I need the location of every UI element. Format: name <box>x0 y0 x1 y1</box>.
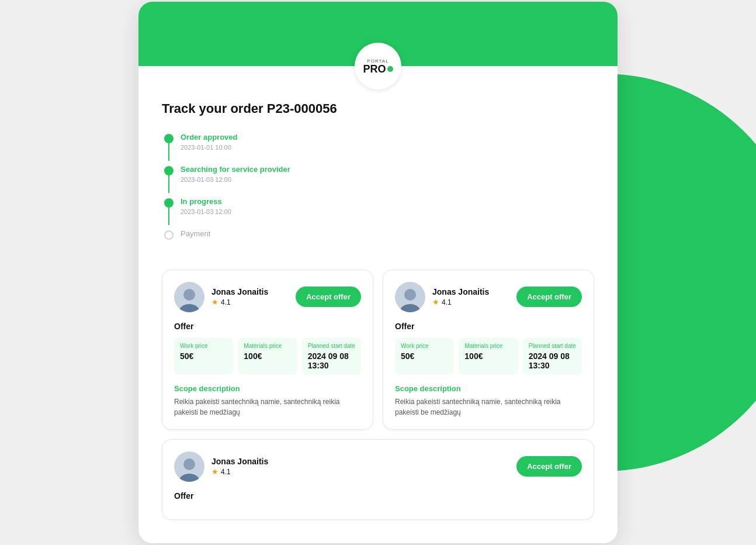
provider-info-1: Jonas Jonaitis ★ 4.1 <box>211 287 289 306</box>
offer-label-3: Offer <box>174 491 582 501</box>
svg-point-4 <box>183 458 195 470</box>
timeline-label-3: Payment <box>181 229 210 239</box>
avatar-image-2 <box>397 285 424 312</box>
provider-info-2: Jonas Jonaitis ★ 4.1 <box>432 287 509 306</box>
price-grid-1: Work price 50€ Materials price 100€ Plan… <box>174 338 361 375</box>
work-price-value-1: 50€ <box>180 351 227 361</box>
timeline-dot-0 <box>164 134 174 143</box>
scope-desc-2: Reikia pakeisti santechniką namie, sante… <box>395 396 582 418</box>
provider-rating-2: ★ 4.1 <box>432 298 509 306</box>
provider-rating-3: ★ 4.1 <box>211 467 509 476</box>
logo-dot <box>387 66 393 72</box>
avatar-3 <box>174 451 204 482</box>
materials-price-label-1: Materials price <box>244 343 291 349</box>
offer-label-1: Offer <box>174 322 361 331</box>
offers-bottom: Jonas Jonaitis ★ 4.1 Accept offer Offer <box>162 439 594 520</box>
offer-card-3: Jonas Jonaitis ★ 4.1 Accept offer Offer <box>162 439 594 520</box>
timeline-item-0: Order approved 2023-01-01 10:00 <box>164 133 594 163</box>
provider-rating-1: ★ 4.1 <box>211 298 289 306</box>
timeline: Order approved 2023-01-01 10:00 Searchin… <box>162 133 594 251</box>
rating-value-1: 4.1 <box>221 298 231 306</box>
offer-header-2: Jonas Jonaitis ★ 4.1 Accept offer <box>395 282 582 312</box>
svg-point-1 <box>179 304 200 312</box>
timeline-date-2: 2023-01-03 12:00 <box>181 208 231 215</box>
logo-pro-text: PRO <box>363 64 393 74</box>
planned-start-item-2: Planned start date 2024 09 08 13:30 <box>523 338 582 375</box>
materials-price-item-2: Materials price 100€ <box>459 338 518 375</box>
planned-start-item-1: Planned start date 2024 09 08 13:30 <box>302 338 361 375</box>
scope-desc-1: Reikia pakeisti santechniką namie, sante… <box>174 396 361 418</box>
timeline-content-3: Payment <box>181 229 210 251</box>
timeline-label-1: Searching for service provider <box>181 165 290 175</box>
star-icon-1: ★ <box>211 298 219 306</box>
materials-price-item-1: Materials price 100€ <box>238 338 297 375</box>
materials-price-value-1: 100€ <box>244 351 291 361</box>
accept-offer-button-1[interactable]: Accept offer <box>296 287 361 307</box>
timeline-dot-2 <box>164 198 174 208</box>
svg-point-0 <box>183 289 195 301</box>
timeline-label-2: In progress <box>181 197 231 207</box>
logo-container: PORTAL PRO <box>355 43 401 89</box>
card-header: PORTAL PRO <box>138 2 618 66</box>
planned-start-value-1: 2024 09 08 13:30 <box>308 351 355 370</box>
main-card: PORTAL PRO Track your order P23-000056 O… <box>138 2 618 543</box>
offer-card-1: Jonas Jonaitis ★ 4.1 Accept offer Offer … <box>162 270 373 430</box>
star-icon-3: ★ <box>211 467 219 476</box>
svg-point-3 <box>400 304 421 312</box>
accept-offer-button-2[interactable]: Accept offer <box>516 287 582 307</box>
scope-title-2: Scope description <box>395 384 582 393</box>
planned-start-label-1: Planned start date <box>308 343 355 349</box>
provider-name-1: Jonas Jonaitis <box>211 287 289 296</box>
timeline-dot-1 <box>164 166 174 175</box>
timeline-connector-1 <box>168 174 169 193</box>
scope-title-1: Scope description <box>174 384 361 393</box>
planned-start-label-2: Planned start date <box>529 343 576 349</box>
svg-point-5 <box>179 474 200 482</box>
timeline-item-2: In progress 2023-01-03 12:00 <box>164 197 594 227</box>
avatar-image-3 <box>176 455 203 482</box>
star-icon-2: ★ <box>432 298 439 306</box>
offer-header-3: Jonas Jonaitis ★ 4.1 Accept offer <box>174 451 582 482</box>
accept-offer-button-3[interactable]: Accept offer <box>516 456 582 477</box>
work-price-label-2: Work price <box>401 343 448 349</box>
timeline-connector-0 <box>168 142 169 161</box>
timeline-content-0: Order approved 2023-01-01 10:00 <box>181 133 238 163</box>
offers-grid: Jonas Jonaitis ★ 4.1 Accept offer Offer … <box>162 270 594 430</box>
price-grid-2: Work price 50€ Materials price 100€ Plan… <box>395 338 582 375</box>
avatar-1 <box>174 282 204 312</box>
avatar-image-1 <box>176 285 203 312</box>
rating-value-2: 4.1 <box>442 298 452 306</box>
materials-price-label-2: Materials price <box>464 343 512 349</box>
planned-start-value-2: 2024 09 08 13:30 <box>529 351 576 370</box>
timeline-date-0: 2023-01-01 10:00 <box>181 144 238 151</box>
timeline-label-0: Order approved <box>181 133 238 143</box>
svg-point-2 <box>404 289 416 301</box>
offer-label-2: Offer <box>395 322 582 331</box>
avatar-2 <box>395 282 425 312</box>
work-price-label-1: Work price <box>180 343 227 349</box>
provider-name-3: Jonas Jonaitis <box>211 457 509 466</box>
provider-info-3: Jonas Jonaitis ★ 4.1 <box>211 457 509 476</box>
page-title: Track your order P23-000056 <box>162 101 594 116</box>
card-body: Track your order P23-000056 Order approv… <box>138 66 618 543</box>
timeline-item-3: Payment <box>164 229 594 251</box>
timeline-content-1: Searching for service provider 2023-01-0… <box>181 165 290 195</box>
provider-name-2: Jonas Jonaitis <box>432 287 509 296</box>
timeline-item-1: Searching for service provider 2023-01-0… <box>164 165 594 195</box>
work-price-item-1: Work price 50€ <box>174 338 233 375</box>
materials-price-value-2: 100€ <box>464 351 512 361</box>
work-price-value-2: 50€ <box>401 351 448 361</box>
offer-card-2: Jonas Jonaitis ★ 4.1 Accept offer Offer … <box>383 270 594 430</box>
work-price-item-2: Work price 50€ <box>395 338 454 375</box>
timeline-content-2: In progress 2023-01-03 12:00 <box>181 197 231 227</box>
timeline-dot-3 <box>164 230 174 240</box>
timeline-date-1: 2023-01-03 12:00 <box>181 176 290 183</box>
rating-value-3: 4.1 <box>221 468 231 476</box>
offer-header-1: Jonas Jonaitis ★ 4.1 Accept offer <box>174 282 361 312</box>
timeline-connector-2 <box>168 206 169 225</box>
